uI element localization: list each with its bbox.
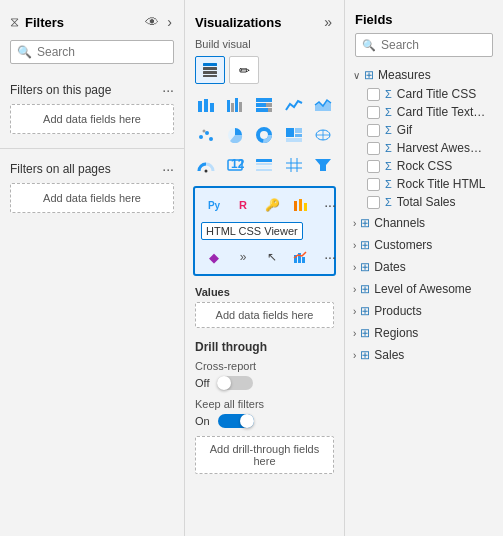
regions-label: Regions: [374, 326, 418, 340]
field-harvest[interactable]: Σ Harvest Awesome...: [363, 139, 499, 157]
viz-table-icon[interactable]: [195, 56, 225, 84]
visualizations-panel: Visualizations » Build visual ✏: [185, 0, 345, 536]
field-sigma-icon: Σ: [385, 196, 392, 208]
viz-icon-r[interactable]: R: [230, 192, 256, 218]
customers-header[interactable]: › ⊞ Customers: [349, 235, 499, 255]
svg-point-20: [203, 130, 206, 133]
fields-search-box: 🔍: [355, 33, 493, 57]
field-checkbox[interactable]: [367, 178, 380, 191]
svg-rect-2: [203, 71, 217, 74]
drill-cross-report-label: Cross-report: [195, 360, 334, 372]
filters-on-all-header: Filters on all pages ···: [10, 161, 174, 177]
viz-icon-key[interactable]: 🔑: [259, 192, 285, 218]
field-card-title-css[interactable]: Σ Card Title CSS: [363, 85, 499, 103]
viz-icon-table[interactable]: [251, 152, 277, 178]
svg-rect-27: [286, 138, 302, 142]
channels-label: Channels: [374, 216, 425, 230]
svg-rect-26: [295, 134, 302, 137]
svg-text:123: 123: [231, 157, 244, 171]
products-table-icon: ⊞: [360, 304, 370, 318]
products-header[interactable]: › ⊞ Products: [349, 301, 499, 321]
viz-icon-100percent-bar[interactable]: [251, 92, 277, 118]
filters-title: Filters: [25, 15, 137, 30]
level-awesome-header[interactable]: › ⊞ Level of Awesome: [349, 279, 499, 299]
viz-icon-matrix[interactable]: [281, 152, 307, 178]
viz-icon-diamond[interactable]: ◆: [201, 244, 227, 270]
keep-filters-label: Keep all filters: [195, 398, 334, 410]
viz-icon-more2[interactable]: ···: [317, 244, 343, 270]
field-checkbox[interactable]: [367, 106, 380, 119]
svg-rect-25: [295, 128, 302, 133]
field-name: Rock CSS: [397, 159, 495, 173]
viz-values-drop: Add data fields here: [195, 302, 334, 328]
sales-header[interactable]: › ⊞ Sales: [349, 345, 499, 365]
keep-filters-toggle-row: On: [195, 414, 334, 428]
field-rock-css[interactable]: Σ Rock CSS: [363, 157, 499, 175]
measures-header[interactable]: ∨ ⊞ Measures: [349, 65, 499, 85]
dates-table-icon: ⊞: [360, 260, 370, 274]
filters-on-all-more[interactable]: ···: [162, 161, 174, 177]
svg-rect-36: [256, 166, 272, 168]
viz-icon-barline[interactable]: [288, 244, 314, 270]
filters-arrow-button[interactable]: ›: [165, 12, 174, 32]
svg-rect-10: [239, 102, 242, 112]
drill-add-button[interactable]: Add drill-through fields here: [195, 436, 334, 474]
products-chevron: ›: [353, 306, 356, 317]
field-total-sales[interactable]: Σ Total Sales: [363, 193, 499, 211]
dates-header[interactable]: › ⊞ Dates: [349, 257, 499, 277]
filters-on-page-more[interactable]: ···: [162, 82, 174, 98]
viz-icon-area[interactable]: [310, 92, 336, 118]
drill-title: Drill through: [195, 340, 334, 354]
regions-header[interactable]: › ⊞ Regions: [349, 323, 499, 343]
svg-rect-5: [204, 99, 208, 112]
viz-icon-python[interactable]: Py: [201, 192, 227, 218]
viz-icon-line[interactable]: [281, 92, 307, 118]
field-rock-title-html[interactable]: Σ Rock Title HTML: [363, 175, 499, 193]
viz-expand-button[interactable]: »: [322, 12, 334, 32]
viz-icon-cursor[interactable]: ↖: [259, 244, 285, 270]
viz-icon-funnel[interactable]: [310, 152, 336, 178]
filters-search-input[interactable]: [37, 45, 187, 59]
measures-table-icon: ⊞: [364, 68, 374, 82]
field-checkbox[interactable]: [367, 88, 380, 101]
keep-filters-toggle[interactable]: [218, 414, 254, 428]
field-sigma-icon: Σ: [385, 142, 392, 154]
filters-on-page-drop: Add data fields here: [10, 104, 174, 134]
field-card-title-text[interactable]: Σ Card Title Text H...: [363, 103, 499, 121]
field-checkbox[interactable]: [367, 196, 380, 209]
svg-point-19: [209, 137, 213, 141]
viz-icon-stacked-bar[interactable]: [193, 92, 219, 118]
viz-icon-donut[interactable]: [251, 122, 277, 148]
viz-icon-highlighted-bar[interactable]: [288, 192, 314, 218]
regions-table-icon: ⊞: [360, 326, 370, 340]
viz-icon-arrow[interactable]: »: [230, 244, 256, 270]
cross-report-toggle[interactable]: [217, 376, 253, 390]
viz-paint-icon[interactable]: ✏: [229, 56, 259, 84]
viz-icon-gauge[interactable]: [193, 152, 219, 178]
field-gif[interactable]: Σ Gif: [363, 121, 499, 139]
field-name: Card Title Text H...: [397, 105, 487, 119]
viz-icon-clustered-bar[interactable]: [222, 92, 248, 118]
svg-rect-24: [286, 128, 294, 137]
keep-filters-on-label: On: [195, 415, 210, 427]
channels-header[interactable]: › ⊞ Channels: [349, 213, 499, 233]
customers-table-icon: ⊞: [360, 238, 370, 252]
viz-icon-treemap[interactable]: [281, 122, 307, 148]
field-checkbox[interactable]: [367, 160, 380, 173]
svg-rect-4: [198, 101, 202, 112]
filters-on-page-header: Filters on this page ···: [10, 82, 174, 98]
viz-icon-scatter[interactable]: [193, 122, 219, 148]
svg-rect-35: [256, 163, 272, 165]
field-sigma-icon: Σ: [385, 106, 392, 118]
filters-eye-button[interactable]: 👁: [143, 12, 161, 32]
viz-icon-card[interactable]: 123: [222, 152, 248, 178]
fields-search-input[interactable]: [381, 38, 503, 52]
viz-icon-map[interactable]: [310, 122, 336, 148]
viz-icon-pie[interactable]: [222, 122, 248, 148]
filters-panel: ⧖ Filters 👁 › 🔍 Filters on this page ···…: [0, 0, 185, 536]
svg-rect-44: [299, 199, 302, 211]
field-checkbox[interactable]: [367, 124, 380, 137]
viz-icon-more-visuals[interactable]: ···: [317, 192, 343, 218]
field-checkbox[interactable]: [367, 142, 380, 155]
dates-chevron: ›: [353, 262, 356, 273]
